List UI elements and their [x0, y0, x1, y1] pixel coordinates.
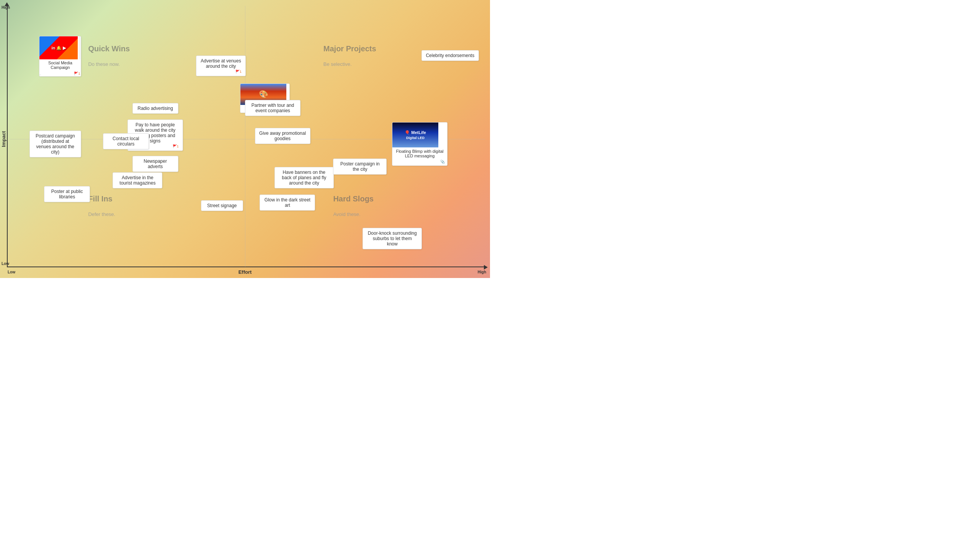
card-glow-dark[interactable]: Glow in the dark street art [260, 195, 315, 211]
quadrant-hard-slogs-label: Hard Slogs [333, 195, 374, 203]
card-contact-local[interactable]: Contact local circulars [103, 133, 149, 149]
card-celebrity-endorsements[interactable]: Celebrity endorsements [421, 50, 479, 61]
y-axis-high-label: High [2, 5, 10, 10]
y-axis [7, 4, 8, 267]
quadrant-fill-ins-label: Fill Ins [88, 195, 112, 203]
quadrant-fill-ins-sublabel: Defer these. [88, 211, 115, 217]
chart-area: High Low Low High Effort Impact Quick Wi… [0, 0, 490, 278]
card-postcard-campaign[interactable]: Postcard campaign (distributed at venues… [29, 131, 81, 157]
card-door-knock[interactable]: Door-knock surrounding suburbs to let th… [363, 228, 422, 249]
x-axis-low-label: Low [8, 270, 15, 274]
y-axis-title: Impact [1, 131, 7, 147]
quadrant-hard-slogs-sublabel: Avoid these. [333, 211, 360, 217]
card-advertise-venues[interactable]: Advertise at venues around the city 🚩1 [196, 56, 246, 76]
card-partner-tour[interactable]: Partner with tour and event companies [245, 100, 301, 116]
quadrant-major-projects-sublabel: Be selective. [323, 61, 352, 67]
quadrant-major-projects-label: Major Projects [323, 44, 376, 53]
x-axis-high-label: High [478, 270, 486, 274]
card-floating-blimp[interactable]: 🎈 MetLifeDigital LEDFloating Blimp with … [392, 122, 448, 166]
card-radio-advertising[interactable]: Radio advertising [132, 103, 178, 114]
card-street-signage[interactable]: Street signage [201, 200, 243, 211]
card-newspaper-adverts[interactable]: Newspaper adverts [132, 156, 178, 172]
y-axis-low-label: Low [2, 262, 9, 266]
x-axis-title: Effort [238, 269, 252, 275]
x-axis-arrow [484, 265, 488, 270]
card-poster-libraries[interactable]: Poster at public libraries [44, 186, 90, 202]
quadrant-quick-wins-sublabel: Do these now. [88, 61, 119, 67]
vertical-divider [245, 6, 245, 267]
quadrant-quick-wins-label: Quick Wins [88, 44, 130, 53]
card-tourist-magazines[interactable]: Advertise in the tourist magazines [113, 172, 162, 188]
card-social-media[interactable]: in 🔔 ▶Social Media Campaign 🚩1 [39, 36, 81, 77]
card-give-away[interactable]: Give away promotional goodies [255, 128, 310, 144]
card-poster-campaign-city[interactable]: Poster campaign in the city [333, 159, 387, 175]
x-axis [7, 267, 486, 267]
card-banners-planes[interactable]: Have banners on the back of planes and f… [274, 167, 334, 188]
